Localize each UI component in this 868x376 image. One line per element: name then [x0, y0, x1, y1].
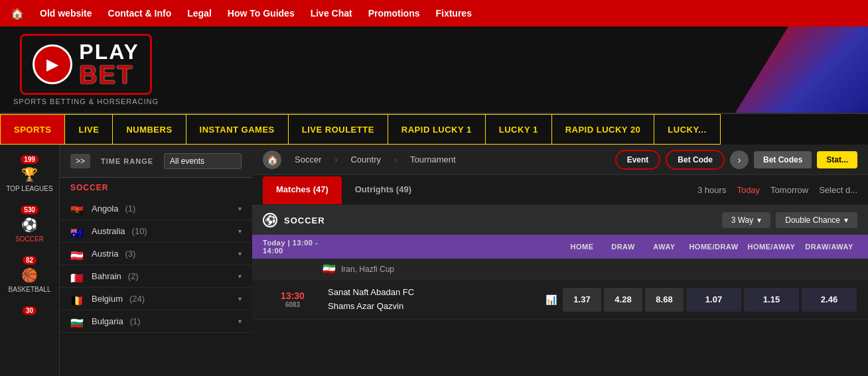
- sport-section-label: SOCCER: [70, 183, 108, 192]
- filter-today[interactable]: Today: [737, 182, 760, 198]
- country-list: 🇦🇴 Angola (1) ▾ 🇦🇺 Australia (10) ▾ 🇦🇹 A…: [60, 198, 252, 376]
- odds-buttons: 1.37 4.28 8.68 1.07 1.15 2.46: [562, 288, 857, 312]
- breadcrumb-soccer[interactable]: Soccer: [295, 155, 321, 164]
- market-3way-button[interactable]: 3 Way ▾: [722, 212, 771, 228]
- top-nav: 🏠 Old website Contact & Info Legal How T…: [0, 0, 868, 27]
- header-datetime: Today | 13:00 - 14:00: [263, 239, 323, 255]
- tab-live[interactable]: LIVE: [65, 114, 113, 145]
- tab-lucky-1[interactable]: LUCKY 1: [486, 114, 552, 145]
- soccer-section-title: SOCCER: [284, 216, 715, 225]
- betcode-button[interactable]: Bet Code: [666, 150, 725, 170]
- left-panel: >> TIME RANGE All events SOCCER 🇦🇴 Angol…: [60, 145, 252, 376]
- sidebar-item-soccer[interactable]: 530 ⚽ SOCCER: [0, 200, 59, 248]
- main-content: 199 🏆 TOP LEAGUES 530 ⚽ SOCCER 82 🏀 BASK…: [0, 145, 868, 376]
- time-range-select[interactable]: All events: [164, 153, 242, 169]
- nav-live-chat[interactable]: Live Chat: [311, 8, 352, 19]
- soccer-label: SOCCER: [15, 235, 44, 243]
- country-belgium[interactable]: 🇧🇪 Belgium (24) ▾: [60, 288, 252, 310]
- event-button[interactable]: Event: [615, 150, 661, 170]
- odds-home-draw-button[interactable]: 1.07: [686, 288, 741, 312]
- iran-competition-name: Iran, Hazfi Cup: [341, 265, 394, 274]
- market-doublechance-button[interactable]: Double Chance ▾: [776, 212, 857, 228]
- nav-promotions[interactable]: Promotions: [368, 8, 420, 19]
- breadcrumb-home[interactable]: 🏠: [263, 151, 281, 169]
- team2-name: Shams Azar Qazvin: [328, 300, 540, 314]
- belgium-expand-icon: ▾: [238, 295, 242, 302]
- belgium-count: (24): [129, 294, 145, 304]
- tab-rapid-lucky-20[interactable]: RAPID LUCKY 20: [552, 114, 655, 145]
- iran-flag: 🇮🇷: [323, 263, 336, 275]
- austria-expand-icon: ▾: [238, 250, 242, 257]
- tab-lucky-extra[interactable]: LUCKY...: [654, 114, 720, 145]
- stats-bars-icon[interactable]: 📊: [545, 294, 557, 305]
- logo-play: PLAY: [79, 41, 139, 62]
- competition-iran: 🇮🇷 Iran, Hazfi Cup: [252, 259, 868, 280]
- basketball-icon: 🏀: [21, 267, 38, 283]
- breadcrumb-country[interactable]: Country: [350, 155, 381, 164]
- tab-instant-games[interactable]: INSTANT GAMES: [186, 114, 289, 145]
- australia-name: Australia: [92, 226, 125, 236]
- betcodes-button[interactable]: Bet Codes: [754, 151, 812, 168]
- angola-count: (1): [125, 204, 135, 214]
- filter-tomorrow[interactable]: Tomorrow: [770, 182, 808, 198]
- tab-rapid-lucky-1[interactable]: RAPID LUCKY 1: [388, 114, 486, 145]
- sidebar-item-other[interactable]: 30: [0, 301, 59, 320]
- header-decoration: [735, 27, 868, 113]
- market-selector: 3 Way ▾ Double Chance ▾: [722, 212, 857, 228]
- header-home: HOME: [562, 243, 602, 251]
- logo-bet: BET: [79, 62, 139, 88]
- austria-name: Austria: [92, 249, 118, 259]
- sidebar-item-top-leagues[interactable]: 199 🏆 TOP LEAGUES: [0, 150, 59, 198]
- country-austria[interactable]: 🇦🇹 Austria (3) ▾: [60, 243, 252, 265]
- nav-old-website[interactable]: Old website: [40, 8, 92, 19]
- basketball-badge: 82: [23, 256, 36, 265]
- bulgaria-flag: 🇧🇬: [70, 317, 85, 326]
- odds-home-away-button[interactable]: 1.15: [744, 288, 799, 312]
- stats-button[interactable]: Stat...: [817, 151, 857, 168]
- filter-select-date[interactable]: Select d...: [819, 185, 857, 195]
- right-panel: 🏠 Soccer › Country › Tournament Event Be…: [252, 145, 868, 376]
- nav-contact-info[interactable]: Contact & Info: [108, 8, 172, 19]
- nav-how-to-guides[interactable]: How To Guides: [228, 8, 295, 19]
- tab-sports[interactable]: SPORTS: [0, 114, 65, 145]
- tab-matches[interactable]: Matches (47): [263, 176, 342, 204]
- bahrain-name: Bahrain: [92, 271, 121, 281]
- collapse-button[interactable]: >>: [70, 154, 90, 168]
- odds-draw-button[interactable]: 4.28: [604, 288, 642, 312]
- country-bulgaria[interactable]: 🇧🇬 Bulgaria (1) ▾: [60, 310, 252, 333]
- odds-home-button[interactable]: 1.37: [563, 288, 601, 312]
- tab-outrights[interactable]: Outrights (49): [342, 176, 425, 204]
- nav-fixtures[interactable]: Fixtures: [435, 8, 471, 19]
- tab-live-roulette[interactable]: LIVE ROULETTE: [289, 114, 388, 145]
- country-bahrain[interactable]: 🇧🇭 Bahrain (2) ▾: [60, 265, 252, 288]
- tab-numbers[interactable]: NUMBERS: [113, 114, 186, 145]
- header: ▶ PLAY BET SPORTS BETTING & HORSERACING: [0, 27, 868, 113]
- top-leagues-icon: 🏆: [21, 166, 38, 182]
- other-badge: 30: [23, 306, 36, 315]
- game-nav: SPORTS LIVE NUMBERS INSTANT GAMES LIVE R…: [0, 113, 868, 145]
- country-australia[interactable]: 🇦🇺 Australia (10) ▾: [60, 220, 252, 243]
- next-button[interactable]: ›: [730, 151, 749, 169]
- time-range-label: TIME RANGE: [101, 157, 153, 165]
- breadcrumb-sep2: ›: [394, 155, 397, 164]
- nav-legal[interactable]: Legal: [187, 8, 212, 19]
- market-3way-arrow: ▾: [757, 216, 761, 225]
- sidebar-icons: 199 🏆 TOP LEAGUES 530 ⚽ SOCCER 82 🏀 BASK…: [0, 145, 60, 376]
- filter-3hours[interactable]: 3 hours: [697, 182, 726, 198]
- breadcrumb-tournament[interactable]: Tournament: [410, 155, 456, 164]
- breadcrumb-bar: 🏠 Soccer › Country › Tournament Event Be…: [252, 145, 868, 175]
- time-filter: 3 hours Today Tomorrow Select d...: [697, 182, 857, 198]
- sidebar-item-basketball[interactable]: 82 🏀 BASKETBALL: [0, 251, 59, 298]
- country-angola[interactable]: 🇦🇴 Angola (1) ▾: [60, 198, 252, 220]
- odds-draw-away-button[interactable]: 2.46: [802, 288, 857, 312]
- sport-section-header: SOCCER: [60, 178, 252, 198]
- australia-count: (10): [132, 226, 147, 236]
- home-icon[interactable]: 🏠: [11, 7, 24, 20]
- header-draw: DRAW: [603, 243, 643, 251]
- market-3way-label: 3 Way: [731, 216, 754, 225]
- basketball-label: BASKETBALL: [9, 286, 51, 293]
- odds-away-button[interactable]: 8.68: [645, 288, 684, 312]
- austria-count: (3): [125, 249, 135, 259]
- belgium-flag: 🇧🇪: [70, 294, 85, 304]
- austria-flag: 🇦🇹: [70, 249, 85, 259]
